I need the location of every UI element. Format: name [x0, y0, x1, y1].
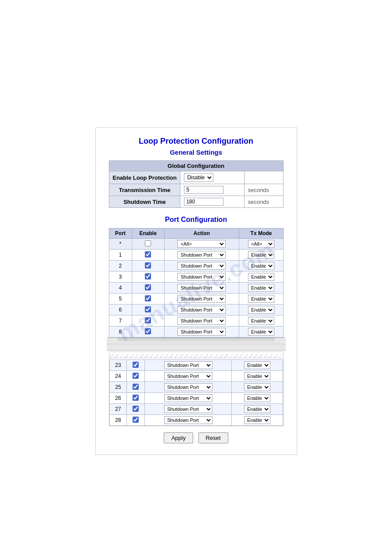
button-row: Apply Reset: [109, 432, 284, 443]
action-select[interactable]: Shutdown Port Shutdown Port and Log Log …: [164, 372, 212, 380]
shutdown-time-value-cell: [180, 196, 244, 208]
txmode-cell: Enable Disable: [239, 316, 283, 326]
loop-protection-select[interactable]: Disable Enable: [184, 173, 213, 182]
action-select[interactable]: Shutdown Port Shutdown Port and Log Log …: [177, 306, 226, 314]
action-select[interactable]: Shutdown Port Shutdown Port and Log Log …: [164, 405, 212, 413]
shutdown-time-input[interactable]: [184, 198, 223, 206]
txmode-select[interactable]: Enable Disable: [244, 405, 270, 413]
action-select[interactable]: Shutdown Port Shutdown Port and Log Log …: [177, 317, 226, 325]
all-action-select[interactable]: <All> Shutdown Port Shutdown Port and Lo…: [177, 240, 226, 248]
enable-checkbox[interactable]: [133, 362, 139, 368]
main-container: manualive.com Loop Protection Configurat…: [95, 127, 297, 455]
action-cell: Shutdown Port Shutdown Port and Log Log …: [164, 272, 239, 283]
action-select[interactable]: Shutdown Port Shutdown Port and Log Log …: [164, 361, 212, 369]
action-select[interactable]: Shutdown Port Shutdown Port and Log Log …: [164, 394, 212, 402]
enable-cell: [132, 326, 164, 337]
table-row: 25 Shutdown Port Shutdown Port and Log L…: [109, 382, 283, 393]
global-config-table: Global Configuration Enable Loop Protect…: [109, 160, 284, 208]
enable-checkbox[interactable]: [133, 417, 139, 423]
enable-cell: [127, 415, 145, 426]
enable-checkbox[interactable]: [133, 395, 139, 401]
txmode-select[interactable]: Enable Disable: [248, 251, 274, 259]
txmode-cell: Enable Disable: [239, 305, 283, 316]
action-select[interactable]: Shutdown Port Shutdown Port and Log Log …: [177, 295, 226, 303]
transmission-time-input[interactable]: [184, 186, 223, 194]
enable-cell: [127, 371, 145, 382]
action-cell: Shutdown Port Shutdown Port and Log Log …: [164, 250, 239, 261]
table-row: 8 Shutdown Port Shutdown Port and Log Lo…: [109, 326, 283, 337]
loop-protection-label: Enable Loop Protection: [109, 171, 180, 184]
action-cell: Shutdown Port Shutdown Port and Log Log …: [164, 294, 239, 305]
apply-button[interactable]: Apply: [164, 432, 193, 443]
enable-checkbox[interactable]: [145, 284, 151, 290]
page-gap-inner: [107, 344, 286, 345]
enable-checkbox[interactable]: [145, 328, 151, 334]
enable-checkbox[interactable]: [133, 384, 139, 390]
txmode-select[interactable]: Enable Disable: [244, 372, 270, 380]
upper-port-table: Port Enable Action Tx Mode * <All>: [109, 228, 284, 337]
enable-checkbox[interactable]: [145, 251, 151, 258]
enable-cell: [127, 382, 145, 393]
enable-checkbox[interactable]: [145, 295, 151, 301]
txmode-cell: Enable Disable: [232, 415, 283, 426]
lower-table-wrapper: 23 Shutdown Port Shutdown Port and Log L…: [109, 352, 284, 426]
txmode-select[interactable]: Enable Disable: [244, 394, 270, 402]
table-row: 6 Shutdown Port Shutdown Port and Log Lo…: [109, 305, 283, 316]
action-cell: Shutdown Port Shutdown Port and Log Log …: [164, 283, 239, 294]
txmode-select[interactable]: Enable Disable: [248, 317, 274, 325]
port-num-cell: 1: [109, 250, 132, 261]
txmode-select[interactable]: Enable Disable: [248, 284, 274, 292]
action-select[interactable]: Shutdown Port Shutdown Port and Log Log …: [177, 328, 226, 336]
all-row: * <All> Shutdown Port Shutdown Port and …: [109, 239, 283, 250]
txmode-select[interactable]: Enable Disable: [244, 383, 270, 391]
table-row: 5 Shutdown Port Shutdown Port and Log Lo…: [109, 294, 283, 305]
action-select[interactable]: Shutdown Port Shutdown Port and Log Log …: [177, 273, 226, 281]
txmode-cell: Enable Disable: [232, 371, 283, 382]
action-select[interactable]: Shutdown Port Shutdown Port and Log Log …: [177, 262, 226, 270]
enable-checkbox[interactable]: [145, 317, 151, 323]
all-enable-cell: [132, 239, 164, 250]
shutdown-time-unit: seconds: [244, 196, 283, 208]
all-txmode-select[interactable]: <All> Enable Disable: [248, 240, 274, 248]
txmode-select[interactable]: Enable Disable: [244, 361, 270, 369]
enable-checkbox[interactable]: [145, 306, 151, 312]
enable-checkbox[interactable]: [145, 273, 151, 279]
port-num-cell: 27: [109, 404, 127, 415]
txmode-select[interactable]: Enable Disable: [248, 306, 274, 314]
all-action-cell: <All> Shutdown Port Shutdown Port and Lo…: [164, 239, 239, 250]
action-select[interactable]: Shutdown Port Shutdown Port and Log Log …: [177, 284, 226, 292]
table-row: 3 Shutdown Port Shutdown Port and Log Lo…: [109, 272, 283, 283]
txmode-cell: Enable Disable: [232, 360, 283, 371]
enable-checkbox[interactable]: [133, 373, 139, 379]
action-cell: Shutdown Port Shutdown Port and Log Log …: [145, 371, 232, 382]
txmode-select[interactable]: Enable Disable: [248, 295, 274, 303]
table-row: 24 Shutdown Port Shutdown Port and Log L…: [109, 371, 283, 382]
enable-checkbox[interactable]: [145, 262, 151, 268]
all-enable-checkbox[interactable]: [145, 240, 151, 247]
general-settings-title: General Settings: [109, 149, 284, 156]
txmode-select[interactable]: Enable Disable: [248, 273, 274, 281]
action-select[interactable]: Shutdown Port Shutdown Port and Log Log …: [164, 416, 212, 424]
table-row: 28 Shutdown Port Shutdown Port and Log L…: [109, 415, 283, 426]
reset-button[interactable]: Reset: [198, 432, 228, 443]
enable-checkbox[interactable]: [133, 406, 139, 412]
txmode-select[interactable]: Enable Disable: [248, 328, 274, 336]
txmode-select[interactable]: Enable Disable: [244, 416, 270, 424]
port-num-cell: 8: [109, 326, 132, 337]
action-cell: Shutdown Port Shutdown Port and Log Log …: [145, 393, 232, 404]
enable-cell: [132, 261, 164, 272]
txmode-cell: Enable Disable: [239, 326, 283, 337]
enable-cell: [132, 305, 164, 316]
txmode-cell: Enable Disable: [232, 382, 283, 393]
action-cell: Shutdown Port Shutdown Port and Log Log …: [145, 382, 232, 393]
action-select[interactable]: Shutdown Port Shutdown Port and Log Log …: [177, 251, 226, 259]
txmode-cell: Enable Disable: [239, 294, 283, 305]
action-select[interactable]: Shutdown Port Shutdown Port and Log Log …: [164, 383, 212, 391]
port-num-cell: 24: [109, 371, 127, 382]
txmode-select[interactable]: Enable Disable: [248, 262, 274, 270]
port-config-title: Port Configuration: [109, 216, 284, 224]
port-num-cell: 6: [109, 305, 132, 316]
port-num-cell: 5: [109, 294, 132, 305]
txmode-cell: Enable Disable: [232, 393, 283, 404]
port-num-cell: 23: [109, 360, 127, 371]
